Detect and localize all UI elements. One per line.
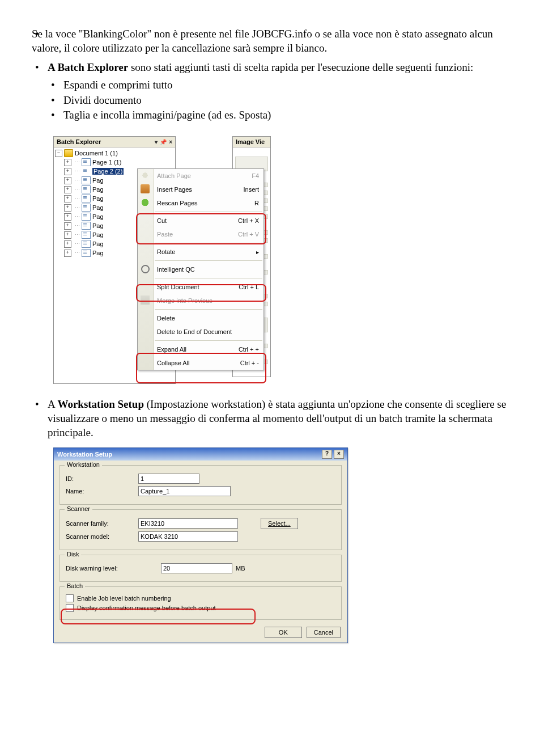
merge-icon (141, 295, 150, 305)
dropdown-icon[interactable]: ▾ (155, 139, 158, 145)
page-icon (82, 204, 91, 212)
label-id: ID: (66, 475, 138, 482)
checkbox-icon (66, 604, 74, 612)
menu-delete[interactable]: Delete (138, 311, 264, 325)
legend-workstation: Workstation (65, 461, 102, 468)
tree-page1[interactable]: Page 1 (1) (92, 159, 121, 166)
menu-expand-all[interactable]: Expand AllCtrl + + (138, 343, 264, 356)
batch-sublist: Espandi e comprimi tutto Dividi document… (48, 78, 512, 123)
page-icon (82, 176, 91, 184)
tree-pag[interactable]: Pag (92, 240, 104, 247)
menu-attach-page[interactable]: Attach PageF4 (138, 169, 264, 183)
page-icon (82, 185, 91, 193)
page-icon (82, 222, 91, 230)
ws-lead-a: A (48, 398, 57, 410)
input-disk-warning[interactable] (161, 563, 232, 573)
menu-merge-previous[interactable]: Merge into Previous (138, 294, 264, 307)
expander-plus[interactable]: + (64, 159, 71, 166)
input-scanner-model[interactable] (138, 531, 238, 542)
legend-scanner: Scanner (65, 505, 92, 512)
dialog-title: Workstation Setup (57, 451, 320, 458)
page-icon (82, 249, 91, 257)
label-name: Name: (66, 488, 138, 495)
sub-cut-paste: Taglia e incolla immagini/pagine (ad es.… (48, 108, 512, 123)
close-button[interactable]: × (334, 450, 344, 459)
page-icon (82, 231, 91, 239)
workstation-bullet: A Workstation Setup (Impostazione workst… (32, 398, 512, 440)
checkbox-label-job-level: Enable Job level batch numbering (77, 595, 171, 602)
legend-disk: Disk (65, 551, 81, 558)
input-id[interactable] (138, 474, 199, 484)
menu-intelligent-qc[interactable]: Intelligent QC (138, 263, 264, 276)
expander-minus[interactable]: − (55, 150, 62, 157)
sub-split: Dividi documento (48, 94, 512, 108)
checkbox-icon (66, 594, 74, 602)
menu-rotate[interactable]: Rotate (138, 245, 264, 259)
checkbox-job-level[interactable]: Enable Job level batch numbering (66, 594, 335, 602)
group-workstation: Workstation ID: Name: (60, 465, 342, 505)
ok-button[interactable]: OK (265, 627, 302, 638)
group-scanner: Scanner Scanner family: Select... Scanne… (60, 509, 342, 550)
label-disk-warning: Disk warning level: (66, 565, 161, 572)
tree-pag[interactable]: Pag (92, 222, 104, 229)
page-icon (82, 240, 91, 248)
tree-page2-selected[interactable]: Page 2 (2) (92, 168, 124, 175)
workstation-setup-dialog: Workstation Setup ? × Workstation ID: Na… (53, 447, 348, 643)
magnifier-icon (141, 265, 150, 273)
group-disk: Disk Disk warning level: MB (60, 555, 342, 582)
menu-paste[interactable]: PasteCtrl + V (138, 227, 264, 241)
image-viewer-title: Image Vie (233, 137, 270, 147)
insert-icon (141, 184, 150, 193)
tree-pag[interactable]: Pag (92, 177, 104, 184)
batch-explorer-figure: Batch Explorer ▾ 📌 × − Document 1 (1) + … (53, 136, 176, 384)
ws-lead-bold: Workstation Setup (57, 398, 144, 410)
pin-icon[interactable]: 📌 (160, 139, 167, 145)
sub-expand-collapse: Espandi e comprimi tutto (48, 78, 512, 92)
legend-batch: Batch (65, 582, 85, 589)
batch-explorer-title: Batch Explorer (57, 138, 152, 145)
checkbox-confirm-output[interactable]: Display confirmation message before batc… (66, 604, 335, 612)
menu-delete-to-end[interactable]: Delete to End of Document (138, 325, 264, 339)
tree-doc[interactable]: Document 1 (1) (75, 150, 118, 157)
menu-insert-pages[interactable]: Insert PagesInsert (138, 183, 264, 196)
menu-split-document[interactable]: Split DocumentCtrl + L (138, 280, 264, 294)
label-scanner-family: Scanner family: (66, 520, 138, 527)
submenu-arrow-icon (256, 248, 259, 255)
input-name[interactable] (138, 486, 231, 496)
menu-rescan-pages[interactable]: Rescan PagesR (138, 196, 264, 210)
page-icon (82, 158, 91, 166)
context-menu: Attach PageF4 Insert PagesInsert Rescan … (137, 168, 264, 370)
cancel-button[interactable]: Cancel (307, 627, 341, 638)
help-button[interactable]: ? (322, 450, 332, 459)
paragraph-intro: Se la voce "BlankingColor" non è present… (32, 28, 493, 54)
checkbox-label-confirm-output: Display confirmation message before batc… (77, 605, 216, 611)
label-scanner-model: Scanner model: (66, 533, 138, 540)
page-icon (82, 167, 91, 175)
batch-explorer-lead-rest: sono stati aggiunti tasti di scelta rapi… (128, 61, 473, 73)
tree-pag[interactable]: Pag (92, 213, 104, 220)
expander-plus[interactable]: + (64, 168, 71, 175)
rescan-icon (141, 198, 150, 207)
group-batch: Batch Enable Job level batch numbering D… (60, 586, 342, 620)
menu-collapse-all[interactable]: Collapse AllCtrl + - (138, 356, 264, 370)
tree-pag[interactable]: Pag (92, 204, 104, 211)
tree-pag[interactable]: Pag (92, 250, 104, 256)
tree-pag[interactable]: Pag (92, 231, 104, 238)
folder-icon (64, 149, 73, 157)
close-icon[interactable]: × (169, 139, 172, 145)
menu-cut[interactable]: CutCtrl + X (138, 214, 264, 227)
main-list: Se la voce "BlankingColor" non è present… (32, 27, 512, 55)
attach-icon (141, 171, 150, 180)
unit-mb: MB (236, 565, 245, 572)
tree-pag[interactable]: Pag (92, 195, 104, 202)
page-icon (82, 195, 91, 202)
select-scanner-button[interactable]: Select... (261, 518, 298, 529)
batch-explorer-lead-bold: A Batch Explorer (48, 61, 128, 73)
page-icon (82, 213, 91, 221)
tree-pag[interactable]: Pag (92, 186, 104, 193)
input-scanner-family[interactable] (138, 518, 238, 529)
batch-explorer-bullet: A Batch Explorer sono stati aggiunti tas… (32, 61, 512, 123)
